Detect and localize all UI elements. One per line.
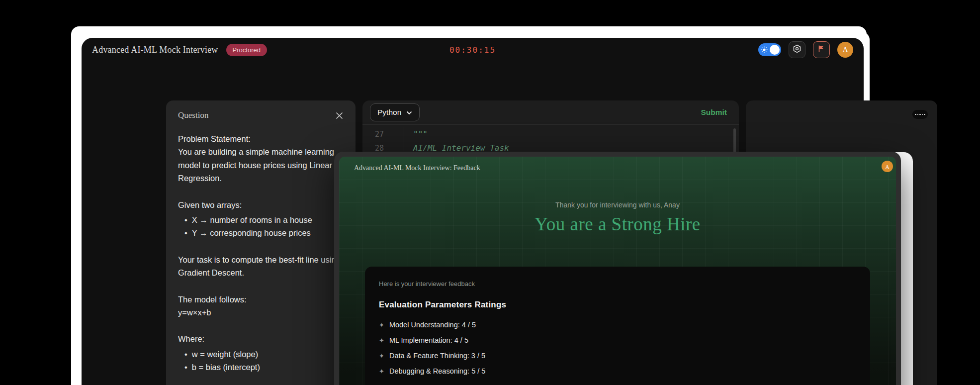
code-line[interactable]: 27""" [362, 127, 739, 141]
app-title: Advanced AI-ML Mock Interview [92, 45, 218, 55]
sun-icon [761, 46, 768, 53]
language-selector[interactable]: Python [370, 103, 420, 121]
question-bullet-item: •b = bias (intercept) [178, 361, 344, 374]
language-label: Python [377, 108, 401, 117]
sparkle-icon: ✦ [379, 337, 384, 344]
gear-icon [793, 44, 802, 55]
rating-item: ✦Model Understanding: 4 / 5 [379, 321, 856, 329]
bullet-dot-icon: • [184, 348, 187, 361]
theme-toggle[interactable] [758, 43, 781, 56]
question-line: You are building a simple machine learni… [178, 145, 344, 185]
question-bullet-text: w = weight (slope) [192, 348, 258, 361]
sparkle-icon: ✦ [379, 352, 384, 360]
question-line: Problem Statement: [178, 132, 344, 145]
video-menu-button[interactable] [912, 110, 928, 119]
rating-item: ✦ML Implementation: 4 / 5 [379, 336, 856, 344]
code-line-text: """ [404, 127, 739, 141]
rating-item: ✦Debugging & Reasoning: 5 / 5 [379, 367, 856, 375]
sparkle-icon: ✦ [379, 321, 384, 329]
close-icon[interactable] [335, 111, 344, 120]
rating-text: Model Understanding: 4 / 5 [389, 321, 476, 329]
dot-icon [917, 114, 919, 115]
rating-item: ✦Data & Feature Thinking: 3 / 5 [379, 352, 856, 360]
question-paragraph: Problem Statement:You are building a sim… [178, 132, 344, 185]
question-panel-title: Question [178, 110, 208, 120]
question-line: Where: [178, 332, 344, 345]
top-bar: Advanced AI-ML Mock Interview Proctored … [82, 38, 864, 62]
editor-toolbar: Python Submit [362, 100, 739, 125]
bullet-dot-icon: • [184, 361, 187, 374]
question-line: Given two arrays: [178, 198, 344, 211]
sparkle-icon: ✦ [379, 368, 384, 375]
rating-text: ML Implementation: 4 / 5 [389, 336, 468, 344]
feedback-card: Here is your interviewer feedback Evalua… [365, 267, 870, 385]
question-bullet-text: Y → corresponding house prices [192, 226, 311, 239]
settings-button[interactable] [789, 41, 805, 58]
chevron-down-icon [406, 108, 412, 117]
question-bullet-list: •w = weight (slope)•b = bias (intercept) [178, 348, 344, 374]
bullet-dot-icon: • [184, 213, 187, 226]
rating-text: Debugging & Reasoning: 5 / 5 [389, 367, 485, 375]
question-paragraph: Your task is to compute the best-fit lin… [178, 253, 344, 280]
rating-text: Data & Feature Thinking: 3 / 5 [389, 352, 485, 360]
modal-user-avatar[interactable]: A [882, 161, 893, 172]
question-header: Question [166, 100, 356, 123]
question-paragraph: Where: [178, 332, 344, 345]
countdown-timer: 00:30:15 [449, 45, 496, 55]
question-content: Problem Statement:You are building a sim… [166, 123, 356, 385]
question-bullet-text: X → number of rooms in a house [192, 213, 312, 226]
proctored-badge: Proctored [226, 44, 267, 56]
question-bullet-text: b = bias (intercept) [192, 361, 260, 374]
question-bullet-item: •X → number of rooms in a house [178, 213, 344, 226]
question-bullet-item: •w = weight (slope) [178, 348, 344, 361]
line-number: 27 [362, 130, 404, 139]
ratings-section-title: Evaluation Parameters Ratings [379, 300, 856, 310]
dot-icon [915, 114, 916, 115]
question-line: The model follows: [178, 293, 344, 306]
user-avatar[interactable]: A [837, 42, 853, 58]
modal-window-title: Advanced AI-ML Mock Interview: Feedback [339, 157, 896, 180]
flag-icon [817, 45, 825, 55]
question-line: y=w×x+b [178, 306, 344, 319]
feedback-modal: Advanced AI-ML Mock Interview: Feedback … [334, 152, 901, 385]
ratings-list: ✦Model Understanding: 4 / 5✦ML Implement… [379, 321, 856, 375]
feedback-intro: Here is your interviewer feedback [379, 280, 856, 288]
bullet-dot-icon: • [184, 226, 187, 239]
question-paragraph: The model follows:y=w×x+b [178, 293, 344, 319]
question-bullet-item: •Y → corresponding house prices [178, 226, 344, 239]
question-panel: Question Problem Statement:You are build… [166, 100, 356, 385]
screen: Advanced AI-ML Mock Interview Proctored … [0, 0, 980, 385]
question-bullet-list: •X → number of rooms in a house•Y → corr… [178, 213, 344, 240]
feedback-modal-body: Advanced AI-ML Mock Interview: Feedback … [339, 157, 896, 385]
submit-button[interactable]: Submit [701, 108, 727, 117]
question-line: Your task is to compute the best-fit lin… [178, 253, 344, 280]
greeting-text: Thank you for interviewing with us, Anay [339, 201, 896, 209]
top-bar-actions: A [758, 41, 853, 58]
dot-icon [922, 114, 923, 115]
dot-icon [919, 114, 921, 115]
verdict-headline: You are a Strong Hire [339, 213, 896, 235]
toggle-knob [770, 45, 780, 55]
flag-button[interactable] [813, 41, 830, 58]
question-paragraph: Given two arrays: [178, 198, 344, 211]
dot-icon [924, 114, 925, 115]
